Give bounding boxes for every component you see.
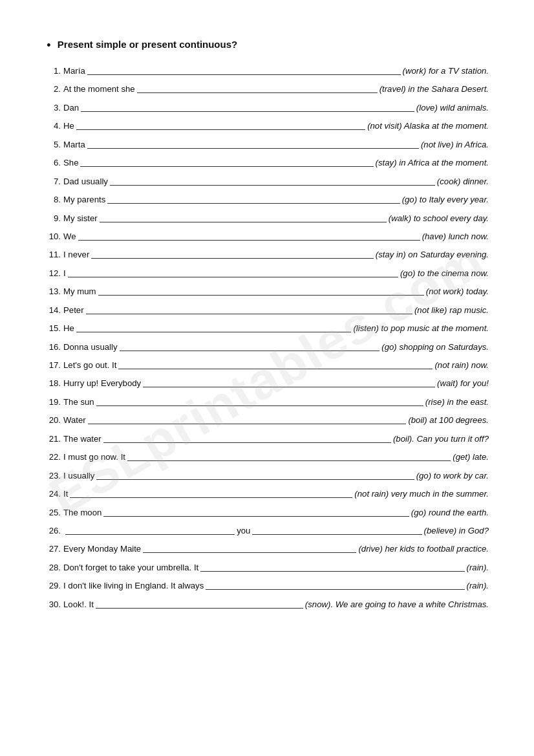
item-number: 9. bbox=[45, 211, 63, 226]
list-item: 6.She (stay) in Africa at the moment. bbox=[45, 156, 489, 170]
item-text: Donna usually bbox=[63, 340, 118, 354]
fill-blank bbox=[78, 240, 420, 241]
list-item: 1.María (work) for a TV station. bbox=[45, 64, 489, 78]
item-number: 10. bbox=[45, 230, 63, 244]
list-item: 20.Water (boil) at 100 degrees. bbox=[45, 413, 489, 427]
fill-blank bbox=[80, 166, 373, 167]
item-number: 15. bbox=[45, 321, 63, 336]
hint-text: (go) round the earth. bbox=[411, 506, 489, 520]
fill-blank bbox=[206, 589, 464, 590]
item-content: The water (boil). Can you turn it off? bbox=[63, 432, 489, 446]
item-text: We bbox=[63, 230, 76, 244]
item-content: I don't like living in England. It alway… bbox=[63, 579, 489, 593]
item-text: María bbox=[63, 64, 85, 78]
item-content: Don't forget to take your umbrella. It (… bbox=[63, 561, 489, 575]
item-text: Don't forget to take your umbrella. It bbox=[63, 561, 198, 575]
hint-text: (boil) at 100 degrees. bbox=[408, 413, 489, 427]
fill-blank bbox=[87, 74, 401, 75]
list-item: 27.Every Monday Maite (drive) her kids t… bbox=[45, 542, 489, 556]
fill-blank bbox=[76, 332, 352, 332]
item-text: I bbox=[63, 266, 66, 281]
list-item: 16.Donna usually (go) shopping on Saturd… bbox=[45, 340, 489, 354]
item-number: 23. bbox=[45, 469, 63, 483]
fill-blank bbox=[118, 369, 433, 369]
item-content: He (listen) to pop music at the moment. bbox=[63, 321, 489, 336]
item-content: I never (stay in) on Saturday evening. bbox=[63, 248, 489, 262]
fill-blank bbox=[103, 516, 409, 517]
item-content: María (work) for a TV station. bbox=[63, 64, 489, 78]
item-content: The sun (rise) in the east. bbox=[63, 395, 489, 409]
fill-blank bbox=[98, 295, 424, 296]
hint-text: (go) shopping on Saturdays. bbox=[381, 340, 489, 354]
item-content: Donna usually (go) shopping on Saturdays… bbox=[63, 340, 489, 354]
list-item: 25.The moon (go) round the earth. bbox=[45, 506, 489, 520]
item-text: Dan bbox=[63, 101, 79, 115]
item-text: My mum bbox=[63, 285, 96, 299]
item-text: It bbox=[63, 487, 68, 501]
hint-text: (travel) in the Sahara Desert. bbox=[379, 82, 489, 96]
item-content: She (stay) in Africa at the moment. bbox=[63, 156, 489, 170]
item-content: you (believe) in God? bbox=[63, 524, 489, 538]
item-number: 30. bbox=[45, 598, 63, 612]
list-item: 7.Dad usually (cook) dinner. bbox=[45, 175, 489, 189]
item-number: 12. bbox=[45, 266, 63, 281]
item-number: 25. bbox=[45, 506, 63, 520]
item-number: 1. bbox=[45, 64, 63, 78]
item-content: At the moment she (travel) in the Sahara… bbox=[63, 82, 489, 96]
item-content: Peter (not like) rap music. bbox=[63, 303, 489, 318]
fill-blank bbox=[87, 148, 419, 149]
item-text: Marta bbox=[63, 138, 85, 152]
item-text: Dad usually bbox=[63, 175, 108, 189]
exercise-list: 1.María (work) for a TV station.2.At the… bbox=[45, 64, 489, 612]
item-content: Hurry up! Everybody (wait) for you! bbox=[63, 376, 489, 391]
item-text: My sister bbox=[63, 211, 98, 226]
list-item: 24.It (not rain) very much in the summer… bbox=[45, 487, 489, 501]
item-text: The sun bbox=[63, 395, 94, 409]
item-text: She bbox=[63, 156, 78, 170]
item-text: Water bbox=[63, 413, 86, 427]
fill-blank bbox=[120, 351, 380, 351]
hint-text: (wait) for you! bbox=[437, 376, 489, 391]
item-number: 11. bbox=[45, 248, 63, 262]
list-item: 13.My mum (not work) today. bbox=[45, 285, 489, 299]
fill-blank bbox=[252, 534, 422, 535]
item-content: He (not visit) Alaska at the moment. bbox=[63, 119, 489, 133]
hint-text: (not like) rap music. bbox=[414, 303, 489, 318]
fill-blank bbox=[91, 258, 373, 259]
list-item: 5.Marta (not live) in Africa. bbox=[45, 138, 489, 152]
list-item: 30.Look!. It (snow). We are going to hav… bbox=[45, 598, 489, 612]
hint-text: (go) to Italy every year. bbox=[402, 193, 489, 207]
fill-blank bbox=[68, 277, 398, 277]
fill-blank bbox=[200, 571, 464, 572]
fill-blank bbox=[96, 479, 414, 480]
list-item: 28.Don't forget to take your umbrella. I… bbox=[45, 561, 489, 575]
item-text: At the moment she bbox=[63, 82, 135, 96]
hint-text: (not visit) Alaska at the moment. bbox=[367, 119, 489, 133]
item-text: Look!. It bbox=[63, 598, 94, 612]
item-text: He bbox=[63, 321, 74, 336]
fill-blank bbox=[81, 111, 414, 112]
item-number: 28. bbox=[45, 561, 63, 575]
fill-blank bbox=[70, 497, 352, 498]
item-text: Every Monday Maite bbox=[63, 542, 141, 556]
fill-blank bbox=[86, 314, 412, 314]
list-item: 9.My sister (walk) to school every day. bbox=[45, 211, 489, 226]
item-content: Let's go out. It (not rain) now. bbox=[63, 358, 489, 373]
list-item: 21.The water (boil). Can you turn it off… bbox=[45, 432, 489, 446]
item-number: 18. bbox=[45, 376, 63, 391]
list-item: 15.He (listen) to pop music at the momen… bbox=[45, 321, 489, 336]
item-content: Marta (not live) in Africa. bbox=[63, 138, 489, 152]
item-number: 17. bbox=[45, 358, 63, 373]
fill-blank bbox=[103, 442, 391, 443]
item-content: Dan (love) wild animals. bbox=[63, 101, 489, 115]
item-number: 26. bbox=[45, 524, 63, 538]
fill-blank bbox=[143, 552, 356, 553]
item-content: Look!. It (snow). We are going to have a… bbox=[63, 598, 489, 612]
title-section: • Present simple or present continuous? bbox=[45, 39, 489, 52]
hint-text: (rise) in the east. bbox=[425, 395, 489, 409]
list-item: 17.Let's go out. It (not rain) now. bbox=[45, 358, 489, 373]
item-number: 8. bbox=[45, 193, 63, 207]
page-title: Present simple or present continuous? bbox=[58, 39, 237, 50]
fill-blank bbox=[65, 534, 235, 535]
item-number: 4. bbox=[45, 119, 63, 133]
